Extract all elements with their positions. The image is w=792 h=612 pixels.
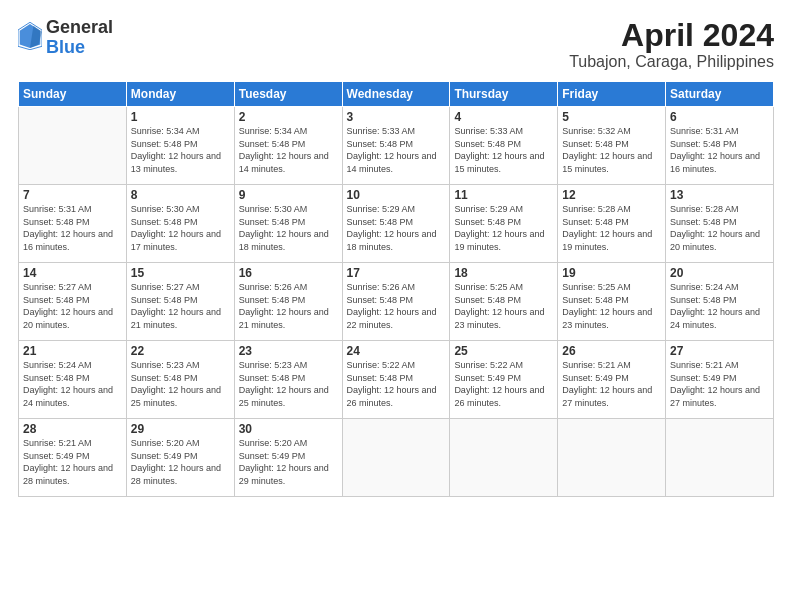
logo: General Blue [18, 18, 113, 58]
table-row: 2Sunrise: 5:34 AMSunset: 5:48 PMDaylight… [234, 107, 342, 185]
calendar-subtitle: Tubajon, Caraga, Philippines [569, 53, 774, 71]
table-row: 19Sunrise: 5:25 AMSunset: 5:48 PMDayligh… [558, 263, 666, 341]
day-info: Sunrise: 5:30 AMSunset: 5:48 PMDaylight:… [239, 203, 338, 253]
day-number: 4 [454, 110, 553, 124]
table-row: 9Sunrise: 5:30 AMSunset: 5:48 PMDaylight… [234, 185, 342, 263]
table-row: 8Sunrise: 5:30 AMSunset: 5:48 PMDaylight… [126, 185, 234, 263]
day-info: Sunrise: 5:33 AMSunset: 5:48 PMDaylight:… [347, 125, 446, 175]
day-info: Sunrise: 5:21 AMSunset: 5:49 PMDaylight:… [670, 359, 769, 409]
col-thursday: Thursday [450, 82, 558, 107]
day-number: 16 [239, 266, 338, 280]
day-info: Sunrise: 5:25 AMSunset: 5:48 PMDaylight:… [454, 281, 553, 331]
day-number: 2 [239, 110, 338, 124]
day-number: 20 [670, 266, 769, 280]
table-row: 6Sunrise: 5:31 AMSunset: 5:48 PMDaylight… [666, 107, 774, 185]
day-number: 30 [239, 422, 338, 436]
col-wednesday: Wednesday [342, 82, 450, 107]
day-number: 6 [670, 110, 769, 124]
day-info: Sunrise: 5:29 AMSunset: 5:48 PMDaylight:… [347, 203, 446, 253]
col-friday: Friday [558, 82, 666, 107]
day-number: 28 [23, 422, 122, 436]
calendar-week-row: 21Sunrise: 5:24 AMSunset: 5:48 PMDayligh… [19, 341, 774, 419]
table-row: 21Sunrise: 5:24 AMSunset: 5:48 PMDayligh… [19, 341, 127, 419]
calendar-week-row: 1Sunrise: 5:34 AMSunset: 5:48 PMDaylight… [19, 107, 774, 185]
day-info: Sunrise: 5:32 AMSunset: 5:48 PMDaylight:… [562, 125, 661, 175]
day-info: Sunrise: 5:21 AMSunset: 5:49 PMDaylight:… [23, 437, 122, 487]
day-info: Sunrise: 5:27 AMSunset: 5:48 PMDaylight:… [131, 281, 230, 331]
table-row: 14Sunrise: 5:27 AMSunset: 5:48 PMDayligh… [19, 263, 127, 341]
day-number: 24 [347, 344, 446, 358]
calendar-title: April 2024 [569, 18, 774, 53]
day-info: Sunrise: 5:34 AMSunset: 5:48 PMDaylight:… [239, 125, 338, 175]
table-row: 20Sunrise: 5:24 AMSunset: 5:48 PMDayligh… [666, 263, 774, 341]
col-sunday: Sunday [19, 82, 127, 107]
table-row: 22Sunrise: 5:23 AMSunset: 5:48 PMDayligh… [126, 341, 234, 419]
day-number: 21 [23, 344, 122, 358]
table-row: 18Sunrise: 5:25 AMSunset: 5:48 PMDayligh… [450, 263, 558, 341]
day-number: 29 [131, 422, 230, 436]
table-row: 26Sunrise: 5:21 AMSunset: 5:49 PMDayligh… [558, 341, 666, 419]
table-row: 29Sunrise: 5:20 AMSunset: 5:49 PMDayligh… [126, 419, 234, 497]
table-row: 17Sunrise: 5:26 AMSunset: 5:48 PMDayligh… [342, 263, 450, 341]
table-row: 1Sunrise: 5:34 AMSunset: 5:48 PMDaylight… [126, 107, 234, 185]
header: General Blue April 2024 Tubajon, Caraga,… [18, 18, 774, 71]
calendar-header-row: Sunday Monday Tuesday Wednesday Thursday… [19, 82, 774, 107]
table-row [342, 419, 450, 497]
day-number: 11 [454, 188, 553, 202]
day-number: 23 [239, 344, 338, 358]
logo-blue: Blue [46, 37, 85, 57]
day-number: 9 [239, 188, 338, 202]
table-row: 3Sunrise: 5:33 AMSunset: 5:48 PMDaylight… [342, 107, 450, 185]
day-number: 15 [131, 266, 230, 280]
table-row: 28Sunrise: 5:21 AMSunset: 5:49 PMDayligh… [19, 419, 127, 497]
calendar-table: Sunday Monday Tuesday Wednesday Thursday… [18, 81, 774, 497]
day-info: Sunrise: 5:28 AMSunset: 5:48 PMDaylight:… [670, 203, 769, 253]
day-info: Sunrise: 5:23 AMSunset: 5:48 PMDaylight:… [131, 359, 230, 409]
day-info: Sunrise: 5:33 AMSunset: 5:48 PMDaylight:… [454, 125, 553, 175]
table-row: 12Sunrise: 5:28 AMSunset: 5:48 PMDayligh… [558, 185, 666, 263]
day-number: 17 [347, 266, 446, 280]
day-number: 27 [670, 344, 769, 358]
table-row: 7Sunrise: 5:31 AMSunset: 5:48 PMDaylight… [19, 185, 127, 263]
table-row: 4Sunrise: 5:33 AMSunset: 5:48 PMDaylight… [450, 107, 558, 185]
logo-icon [18, 22, 42, 50]
day-number: 19 [562, 266, 661, 280]
day-info: Sunrise: 5:27 AMSunset: 5:48 PMDaylight:… [23, 281, 122, 331]
table-row: 25Sunrise: 5:22 AMSunset: 5:49 PMDayligh… [450, 341, 558, 419]
day-number: 8 [131, 188, 230, 202]
day-info: Sunrise: 5:26 AMSunset: 5:48 PMDaylight:… [347, 281, 446, 331]
logo-text: General Blue [46, 18, 113, 58]
table-row [19, 107, 127, 185]
table-row: 5Sunrise: 5:32 AMSunset: 5:48 PMDaylight… [558, 107, 666, 185]
day-info: Sunrise: 5:24 AMSunset: 5:48 PMDaylight:… [23, 359, 122, 409]
day-number: 7 [23, 188, 122, 202]
day-info: Sunrise: 5:23 AMSunset: 5:48 PMDaylight:… [239, 359, 338, 409]
day-number: 10 [347, 188, 446, 202]
day-number: 3 [347, 110, 446, 124]
calendar-week-row: 28Sunrise: 5:21 AMSunset: 5:49 PMDayligh… [19, 419, 774, 497]
table-row: 16Sunrise: 5:26 AMSunset: 5:48 PMDayligh… [234, 263, 342, 341]
day-number: 22 [131, 344, 230, 358]
col-saturday: Saturday [666, 82, 774, 107]
day-info: Sunrise: 5:31 AMSunset: 5:48 PMDaylight:… [670, 125, 769, 175]
logo-general: General [46, 17, 113, 37]
table-row: 23Sunrise: 5:23 AMSunset: 5:48 PMDayligh… [234, 341, 342, 419]
day-info: Sunrise: 5:21 AMSunset: 5:49 PMDaylight:… [562, 359, 661, 409]
day-info: Sunrise: 5:22 AMSunset: 5:49 PMDaylight:… [454, 359, 553, 409]
day-info: Sunrise: 5:20 AMSunset: 5:49 PMDaylight:… [239, 437, 338, 487]
col-tuesday: Tuesday [234, 82, 342, 107]
day-info: Sunrise: 5:22 AMSunset: 5:48 PMDaylight:… [347, 359, 446, 409]
day-info: Sunrise: 5:34 AMSunset: 5:48 PMDaylight:… [131, 125, 230, 175]
day-number: 5 [562, 110, 661, 124]
calendar-week-row: 7Sunrise: 5:31 AMSunset: 5:48 PMDaylight… [19, 185, 774, 263]
table-row: 15Sunrise: 5:27 AMSunset: 5:48 PMDayligh… [126, 263, 234, 341]
day-info: Sunrise: 5:24 AMSunset: 5:48 PMDaylight:… [670, 281, 769, 331]
calendar-week-row: 14Sunrise: 5:27 AMSunset: 5:48 PMDayligh… [19, 263, 774, 341]
day-number: 25 [454, 344, 553, 358]
page: General Blue April 2024 Tubajon, Caraga,… [0, 0, 792, 612]
table-row: 11Sunrise: 5:29 AMSunset: 5:48 PMDayligh… [450, 185, 558, 263]
day-info: Sunrise: 5:25 AMSunset: 5:48 PMDaylight:… [562, 281, 661, 331]
table-row: 24Sunrise: 5:22 AMSunset: 5:48 PMDayligh… [342, 341, 450, 419]
title-block: April 2024 Tubajon, Caraga, Philippines [569, 18, 774, 71]
day-number: 18 [454, 266, 553, 280]
